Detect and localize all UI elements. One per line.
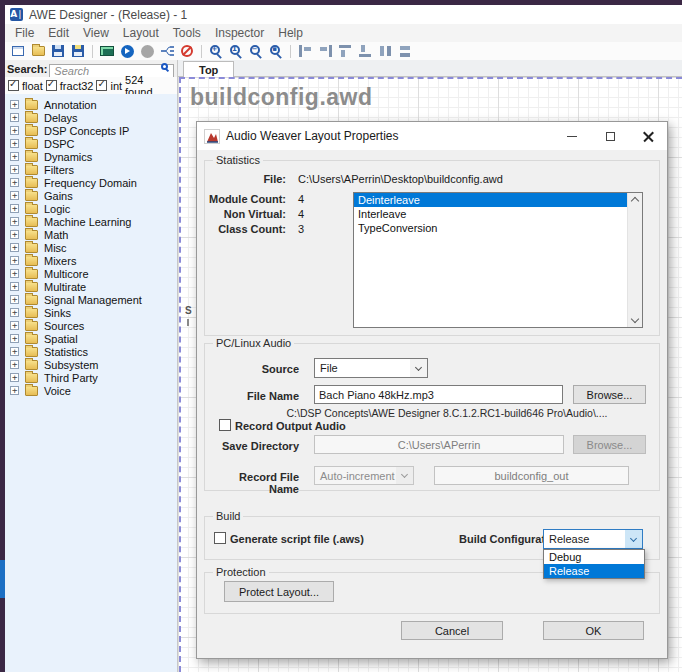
distribute-vertical-icon[interactable] xyxy=(396,43,414,59)
expand-icon[interactable] xyxy=(10,191,19,200)
file-name-input[interactable] xyxy=(314,385,563,404)
menu-help[interactable]: Help xyxy=(271,26,310,40)
zoom-original-icon[interactable]: 1 xyxy=(227,43,245,59)
expand-icon[interactable] xyxy=(10,321,19,330)
save-icon[interactable] xyxy=(49,43,67,59)
expand-icon[interactable] xyxy=(10,152,19,161)
search-icon[interactable] xyxy=(161,63,168,70)
distribute-horizontal-icon[interactable] xyxy=(376,43,394,59)
open-file-icon[interactable] xyxy=(29,43,47,59)
expand-icon[interactable] xyxy=(10,139,19,148)
tree-item-voice[interactable]: Voice xyxy=(5,384,177,397)
expand-icon[interactable] xyxy=(10,204,19,213)
disconnect-icon[interactable] xyxy=(178,43,196,59)
scroll-up-icon[interactable] xyxy=(631,197,639,205)
expand-icon[interactable] xyxy=(10,113,19,122)
record-icon[interactable] xyxy=(138,43,156,59)
tree-item-third-party[interactable]: Third Party xyxy=(5,371,177,384)
dialog-minimize-button[interactable] xyxy=(553,122,591,150)
align-left-icon[interactable] xyxy=(296,43,314,59)
expand-icon[interactable] xyxy=(10,217,19,226)
expand-icon[interactable] xyxy=(10,165,19,174)
menu-bar: FileEditViewLayoutToolsInspectorHelp xyxy=(5,24,682,42)
expand-icon[interactable] xyxy=(10,256,19,265)
expand-icon[interactable] xyxy=(10,334,19,343)
class-list-item-deinterleave[interactable]: Deinterleave xyxy=(354,193,627,207)
expand-icon[interactable] xyxy=(10,282,19,291)
class-list-item-interleave[interactable]: Interleave xyxy=(354,207,627,221)
cancel-button[interactable]: Cancel xyxy=(401,621,503,640)
tree-item-dspc[interactable]: DSPC xyxy=(5,137,177,150)
zoom-fit-icon[interactable]: ▪ xyxy=(267,43,285,59)
filter-checkbox-fract32[interactable] xyxy=(46,80,57,91)
connect-target-icon[interactable] xyxy=(98,43,116,59)
expand-icon[interactable] xyxy=(10,126,19,135)
dialog-maximize-button[interactable] xyxy=(591,122,629,150)
build-config-option-debug[interactable]: Debug xyxy=(544,550,644,564)
tree-item-sources[interactable]: Sources xyxy=(5,319,177,332)
class-list-item-typeconversion[interactable]: TypeConversion xyxy=(354,221,627,235)
tree-item-misc[interactable]: Misc xyxy=(5,241,177,254)
routing-icon[interactable] xyxy=(158,43,176,59)
menu-file[interactable]: File xyxy=(8,26,41,40)
tree-item-multirate[interactable]: Multirate xyxy=(5,280,177,293)
tree-item-mixers[interactable]: Mixers xyxy=(5,254,177,267)
listbox-scrollbar[interactable] xyxy=(627,193,642,327)
tree-item-delays[interactable]: Delays xyxy=(5,111,177,124)
tree-item-statistics[interactable]: Statistics xyxy=(5,345,177,358)
filter-checkbox-int[interactable] xyxy=(96,80,107,91)
record-output-checkbox[interactable] xyxy=(219,419,231,431)
expand-icon[interactable] xyxy=(10,373,19,382)
tree-item-dsp-concepts-ip[interactable]: DSP Concepts IP xyxy=(5,124,177,137)
tree-item-sinks[interactable]: Sinks xyxy=(5,306,177,319)
expand-icon[interactable] xyxy=(10,386,19,395)
expand-icon[interactable] xyxy=(10,308,19,317)
expand-icon[interactable] xyxy=(10,269,19,278)
expand-icon[interactable] xyxy=(10,347,19,356)
tree-item-subsystem[interactable]: Subsystem xyxy=(5,358,177,371)
tree-item-machine-learning[interactable]: Machine Learning xyxy=(5,215,177,228)
run-icon[interactable] xyxy=(118,43,136,59)
menu-view[interactable]: View xyxy=(76,26,116,40)
source-combo[interactable]: File xyxy=(314,358,428,378)
expand-icon[interactable] xyxy=(10,230,19,239)
new-layout-icon[interactable] xyxy=(9,43,27,59)
expand-icon[interactable] xyxy=(10,100,19,109)
filter-checkbox-float[interactable] xyxy=(8,80,19,91)
tree-item-frequency-domain[interactable]: Frequency Domain xyxy=(5,176,177,189)
tree-item-dynamics[interactable]: Dynamics xyxy=(5,150,177,163)
expand-icon[interactable] xyxy=(10,178,19,187)
dialog-close-button[interactable] xyxy=(629,122,667,150)
menu-inspector[interactable]: Inspector xyxy=(208,26,271,40)
tree-item-annotation[interactable]: Annotation xyxy=(5,98,177,111)
tree-item-math[interactable]: Math xyxy=(5,228,177,241)
expand-icon[interactable] xyxy=(10,295,19,304)
toolbar-separator xyxy=(201,45,202,58)
ok-button[interactable]: OK xyxy=(543,621,644,640)
zoom-in-icon[interactable]: + xyxy=(207,43,225,59)
menu-edit[interactable]: Edit xyxy=(41,26,76,40)
align-right-icon[interactable] xyxy=(316,43,334,59)
align-bottom-icon[interactable] xyxy=(356,43,374,59)
tree-item-filters[interactable]: Filters xyxy=(5,163,177,176)
browse-file-button[interactable]: Browse... xyxy=(573,385,646,404)
menu-layout[interactable]: Layout xyxy=(116,26,166,40)
scroll-down-icon[interactable] xyxy=(631,315,639,323)
tab-top[interactable]: Top xyxy=(183,61,234,77)
tree-item-spatial[interactable]: Spatial xyxy=(5,332,177,345)
protect-layout-button[interactable]: Protect Layout... xyxy=(224,581,334,602)
class-listbox[interactable]: DeinterleaveInterleaveTypeConversion xyxy=(353,192,643,328)
expand-icon[interactable] xyxy=(10,360,19,369)
tree-item-logic[interactable]: Logic xyxy=(5,202,177,215)
save-as-icon[interactable] xyxy=(69,43,87,59)
build-configuration-combo[interactable]: Release xyxy=(543,529,643,549)
align-top-icon[interactable] xyxy=(336,43,354,59)
menu-tools[interactable]: Tools xyxy=(166,26,208,40)
tree-item-gains[interactable]: Gains xyxy=(5,189,177,202)
build-config-option-release[interactable]: Release xyxy=(544,564,644,578)
expand-icon[interactable] xyxy=(10,243,19,252)
tree-item-signal-management[interactable]: Signal Management xyxy=(5,293,177,306)
zoom-out-icon[interactable]: − xyxy=(247,43,265,59)
tree-item-multicore[interactable]: Multicore xyxy=(5,267,177,280)
generate-script-checkbox[interactable] xyxy=(214,532,226,544)
